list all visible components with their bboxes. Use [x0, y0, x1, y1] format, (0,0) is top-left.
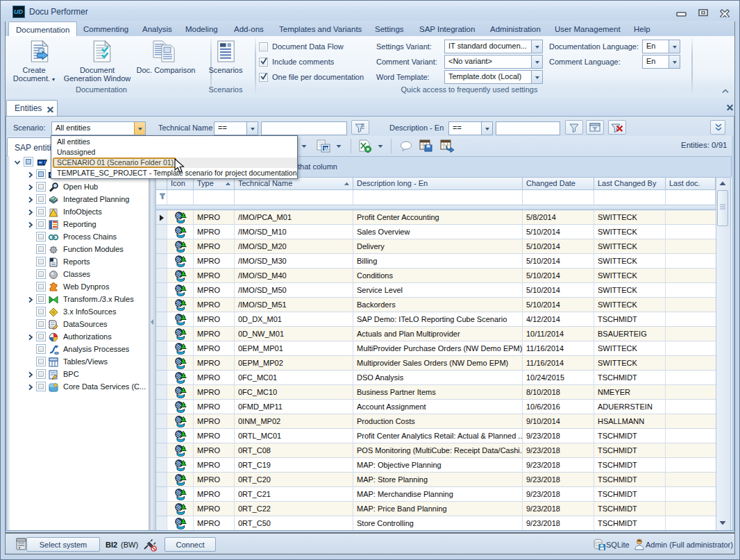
svg-text:W: W	[324, 146, 329, 151]
svg-text:UD: UD	[14, 8, 23, 15]
